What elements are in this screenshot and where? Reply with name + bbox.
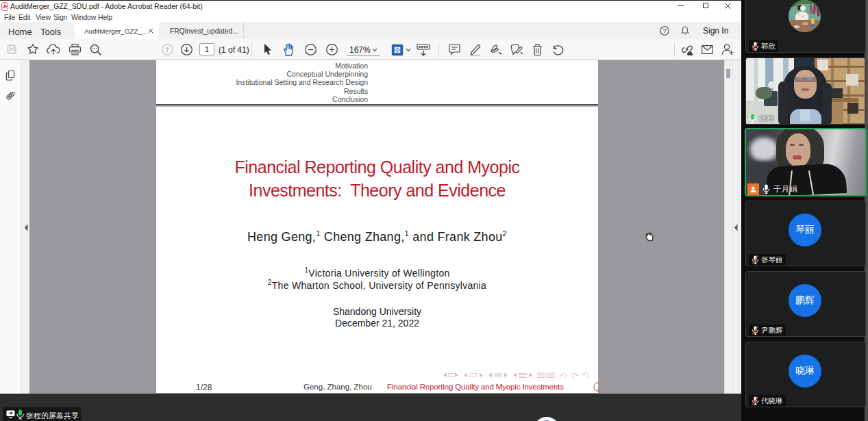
- svg-text:?: ?: [662, 27, 666, 34]
